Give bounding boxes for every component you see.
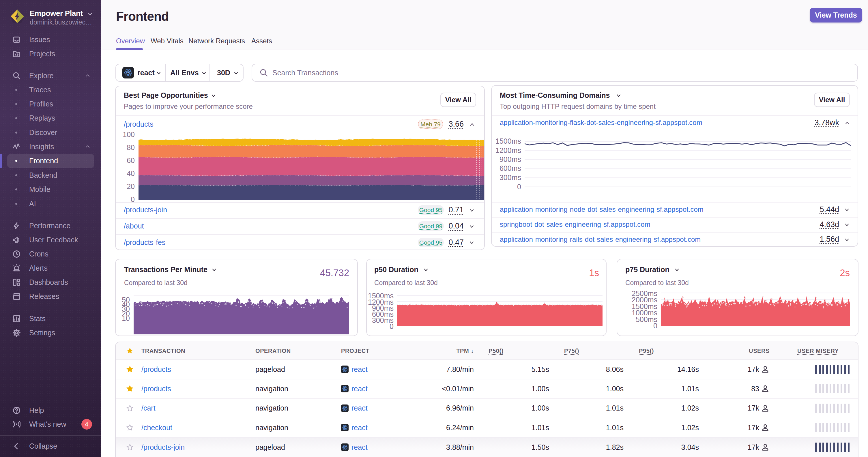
- svg-text:20: 20: [127, 182, 135, 190]
- svg-text:80: 80: [127, 143, 135, 152]
- svg-text:1500ms: 1500ms: [495, 137, 521, 145]
- svg-text:300ms: 300ms: [499, 173, 521, 182]
- svg-text:0: 0: [517, 183, 521, 191]
- svg-text:10: 10: [122, 314, 130, 322]
- svg-text:1200ms: 1200ms: [495, 146, 521, 154]
- svg-text:0: 0: [653, 322, 657, 330]
- svg-text:600ms: 600ms: [499, 164, 521, 172]
- svg-text:40: 40: [127, 169, 135, 177]
- svg-text:60: 60: [127, 156, 135, 164]
- svg-text:0: 0: [390, 322, 394, 330]
- svg-text:900ms: 900ms: [499, 155, 521, 163]
- svg-text:100: 100: [123, 130, 135, 138]
